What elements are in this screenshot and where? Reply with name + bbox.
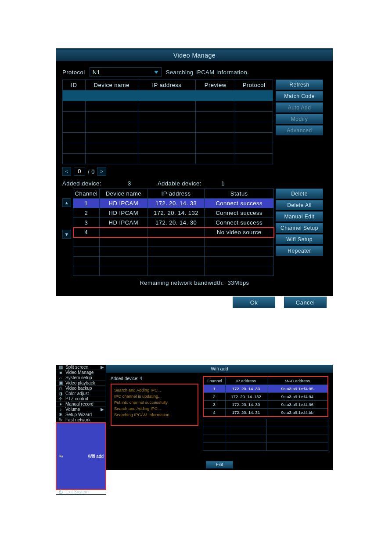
- menu-icon: ⏻: [58, 490, 63, 494]
- menu-item-video-backup[interactable]: ⎙Video backup: [56, 386, 106, 391]
- menu-item-manual-record[interactable]: ●Manual record: [56, 402, 106, 407]
- auto-add-button[interactable]: Auto Add: [276, 102, 323, 112]
- refresh-button[interactable]: Refresh: [276, 80, 323, 90]
- menu-icon: ⎙: [58, 386, 63, 391]
- manual-edit-button[interactable]: Manual Edit: [276, 211, 323, 221]
- chevron-down-icon: [154, 71, 158, 74]
- delete-button[interactable]: Delete: [276, 189, 323, 199]
- col-device-name: Device name: [85, 80, 138, 91]
- added-label: Added device:: [62, 180, 101, 187]
- menu-item-video-playback[interactable]: ▣Video playback: [56, 381, 106, 386]
- protocol-select[interactable]: N1: [90, 67, 162, 77]
- col-channel: Channel: [73, 189, 100, 199]
- added-summary: Added device: 3 Addable device: 1: [62, 180, 327, 187]
- repeater-button[interactable]: Repeater: [276, 246, 323, 256]
- pager: < 0 / 0 >: [62, 167, 327, 176]
- match-code-button[interactable]: Match Code: [276, 91, 323, 101]
- col-channel: Channel: [203, 377, 225, 385]
- col-ip: IP address: [138, 80, 196, 91]
- added-device-table: Channel Device name IP address Status 1H…: [73, 189, 274, 276]
- menu-label: Fast network: [65, 417, 90, 422]
- menu-label: Manual record: [65, 402, 94, 406]
- log-line: Search and Adding IPC...: [114, 387, 195, 393]
- menu-item-split-screen[interactable]: ▦Split screen▶: [56, 365, 106, 370]
- menu-label: Video backup: [65, 386, 92, 391]
- wifi-setup-button[interactable]: Wifi Setup: [276, 234, 323, 244]
- table-row[interactable]: [63, 91, 273, 101]
- log-line: Search and Adding IPC...: [114, 406, 195, 412]
- log-line: Put into channel successfully: [114, 399, 195, 406]
- table-row[interactable]: 2172. 20. 14. 1329c:a3:a9:1e:f4:94: [203, 393, 328, 401]
- table-row[interactable]: 1172. 20. 14. 339c:a3:a9:1e:f4:95: [203, 385, 328, 393]
- wifi-device-table: Channel IP address MAC address 1172. 20.…: [203, 376, 328, 417]
- menu-icon: ◑: [58, 391, 63, 396]
- bandwidth-remaining: Remaining network bandwidth: 33Mbps: [62, 279, 327, 286]
- search-result-table: ID Device name IP address Preview Protoc…: [62, 80, 273, 164]
- device-side-buttons: Delete Delete All Manual Edit Channel Se…: [276, 189, 323, 256]
- search-side-buttons: Refresh Match Code Auto Add Modify Advan…: [276, 80, 323, 164]
- col-preview: Preview: [196, 80, 235, 91]
- menu-item-volume[interactable]: ♪Volume▶: [56, 407, 106, 412]
- menu-icon: ⌂: [58, 375, 63, 380]
- menu-item-fast-network[interactable]: ↻Fast network: [56, 417, 106, 423]
- menu-item-setup-wizard[interactable]: ✱Setup Wizard: [56, 412, 106, 417]
- delete-all-button[interactable]: Delete All: [276, 200, 323, 210]
- menu-item-system-setup[interactable]: ⌂System setup: [56, 375, 106, 381]
- video-manage-window: Video Manage Protocol N1 Searching IPCAM…: [56, 48, 333, 296]
- menu-icon: ↻: [58, 417, 63, 422]
- menu-icon: ■: [58, 370, 63, 375]
- col-device-name: Device name: [99, 189, 147, 199]
- addable-label: Addable device:: [158, 180, 201, 187]
- table-row[interactable]: 1HD IPCAM172. 20. 14. 33Connect success: [73, 199, 274, 208]
- menu-item-ptz-control[interactable]: ✢PTZ control: [56, 396, 106, 402]
- move-down-button[interactable]: ▼: [62, 230, 71, 239]
- col-id: ID: [63, 80, 86, 91]
- ok-button[interactable]: Ok: [233, 297, 275, 308]
- advanced-button[interactable]: Advanced: [276, 125, 323, 135]
- table-row[interactable]: 4No video source: [73, 228, 274, 237]
- menu-item-video-manage[interactable]: ■Video Manage: [56, 370, 106, 375]
- menu-icon: ▣: [58, 381, 63, 385]
- exit-button[interactable]: Exit: [206, 461, 233, 468]
- channel-setup-button[interactable]: Channel Setup: [276, 223, 323, 233]
- menu-item-color-adjust[interactable]: ◑Color adjust: [56, 391, 106, 396]
- menu-item-exit-system[interactable]: ⏻Exit System: [56, 490, 106, 495]
- move-up-button[interactable]: ▲: [62, 198, 71, 207]
- menu-icon: ⇆: [58, 454, 64, 459]
- menu-label: Video playback: [65, 381, 95, 385]
- menu-label: Video Manage: [65, 370, 94, 375]
- col-status: Status: [205, 189, 274, 199]
- addable-value: 1: [203, 180, 243, 187]
- page-next-button[interactable]: >: [97, 167, 106, 176]
- col-ip: IP address: [225, 377, 267, 385]
- table-row[interactable]: 3172. 20. 14. 309c:a3:a9:1e:f4:96: [203, 401, 328, 409]
- protocol-value: N1: [93, 69, 101, 76]
- protocol-row: Protocol N1 Searching IPCAM Information.: [62, 67, 327, 77]
- protocol-label: Protocol: [62, 69, 85, 76]
- table-row[interactable]: 4172. 20. 14. 319c:a3:a9:1e:f4:bb: [203, 409, 328, 417]
- modify-button[interactable]: Modify: [276, 114, 323, 124]
- chevron-right-icon: ▶: [101, 365, 104, 370]
- menu-label: Exit System: [65, 490, 89, 494]
- menu-label: Setup Wizard: [65, 412, 92, 417]
- chevron-right-icon: ▶: [101, 407, 104, 412]
- menu-icon: ♪: [58, 407, 63, 412]
- log-box: Search and Adding IPC...IPC channel is u…: [111, 384, 198, 426]
- wifi-device-table-empty: [203, 419, 328, 451]
- cancel-button[interactable]: Cancel: [284, 297, 327, 308]
- menu-label: Wifi add: [88, 454, 104, 459]
- menu-item-wifi-add[interactable]: ⇆Wifi add: [56, 423, 106, 490]
- col-ip: IP address: [147, 189, 205, 199]
- menu-label: Split screen: [65, 365, 88, 370]
- menu-icon: ✢: [58, 396, 63, 401]
- wifi-add-window: ▦Split screen▶■Video Manage⌂System setup…: [56, 365, 333, 470]
- menu-icon: ✱: [58, 412, 63, 417]
- table-row[interactable]: 2HD IPCAM172. 20. 14. 132Connect success: [73, 208, 274, 218]
- added-device-count: Added device: 4: [111, 376, 198, 381]
- menu-label: PTZ control: [65, 396, 88, 401]
- menu-icon: ▦: [58, 365, 63, 370]
- page-current: 0: [74, 167, 85, 176]
- table-row[interactable]: 3HD IPCAM172. 20. 14. 30Connect success: [73, 218, 274, 228]
- page-prev-button[interactable]: <: [62, 167, 71, 176]
- added-value: 3: [103, 180, 156, 187]
